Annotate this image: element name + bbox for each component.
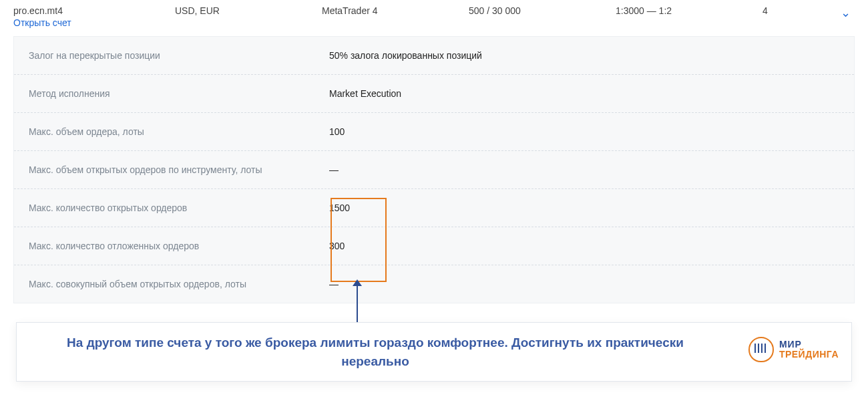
leverage-cell: 1:3000 — 1:2	[616, 5, 763, 16]
row-value: —	[329, 279, 339, 289]
row-label: Макс. количество отложенных ордеров	[29, 241, 329, 251]
annotation-arrow-line	[357, 281, 358, 322]
annotation-caption: На другом типе счета у того же брокера л…	[16, 322, 852, 382]
account-cell: pro.ecn.mt4 Открыть счет	[13, 5, 175, 28]
details-panel: Залог на перекрытые позиции 50% залога л…	[13, 36, 855, 303]
table-row: Макс. совокупный объем открытых ордеров,…	[14, 265, 854, 303]
table-row: Макс. объем ордера, лоты 100	[14, 112, 854, 150]
row-value: —	[329, 164, 339, 175]
logo-brain-icon	[748, 337, 774, 362]
platform-cell: MetaTrader 4	[322, 5, 469, 16]
account-name: pro.ecn.mt4	[13, 5, 175, 16]
table-row: Залог на перекрытые позиции 50% залога л…	[14, 37, 854, 74]
table-row: Метод исполнения Market Execution	[14, 74, 854, 112]
logo-line2: ТРЕЙДИНГА	[779, 350, 839, 360]
brand-logo: МИР ТРЕЙДИНГА	[748, 337, 839, 362]
table-row: Макс. объем открытых ордеров по инструме…	[14, 150, 854, 188]
row-label: Макс. объем ордера, лоты	[29, 126, 329, 137]
chevron-down-icon: ⌄	[841, 6, 851, 19]
row-value: 50% залога локированных позиций	[329, 50, 482, 61]
logo-line1: МИР	[779, 340, 839, 350]
row-value: 300	[329, 241, 345, 251]
logo-text: МИР ТРЕЙДИНГА	[779, 340, 839, 359]
table-row: Макс. количество открытых ордеров 1500	[14, 188, 854, 227]
row-label: Макс. совокупный объем открытых ордеров,…	[29, 279, 329, 289]
row-label: Макс. количество открытых ордеров	[29, 203, 329, 213]
expand-toggle[interactable]: ⌄	[836, 5, 855, 20]
row-value: 100	[329, 126, 345, 137]
table-row: Макс. количество отложенных ордеров 300	[14, 227, 854, 265]
account-summary-row: pro.ecn.mt4 Открыть счет USD, EUR MetaTr…	[0, 0, 868, 36]
row-value: 1500	[329, 203, 350, 213]
open-account-link[interactable]: Открыть счет	[13, 17, 175, 28]
caption-text: На другом типе счета у того же брокера л…	[53, 333, 698, 370]
row-label: Метод исполнения	[29, 88, 329, 99]
digits-cell: 4	[763, 5, 836, 16]
currency-cell: USD, EUR	[175, 5, 322, 16]
row-value: Market Execution	[329, 88, 401, 99]
deposit-cell: 500 / 30 000	[469, 5, 616, 16]
row-label: Залог на перекрытые позиции	[29, 50, 329, 61]
row-label: Макс. объем открытых ордеров по инструме…	[29, 164, 329, 175]
